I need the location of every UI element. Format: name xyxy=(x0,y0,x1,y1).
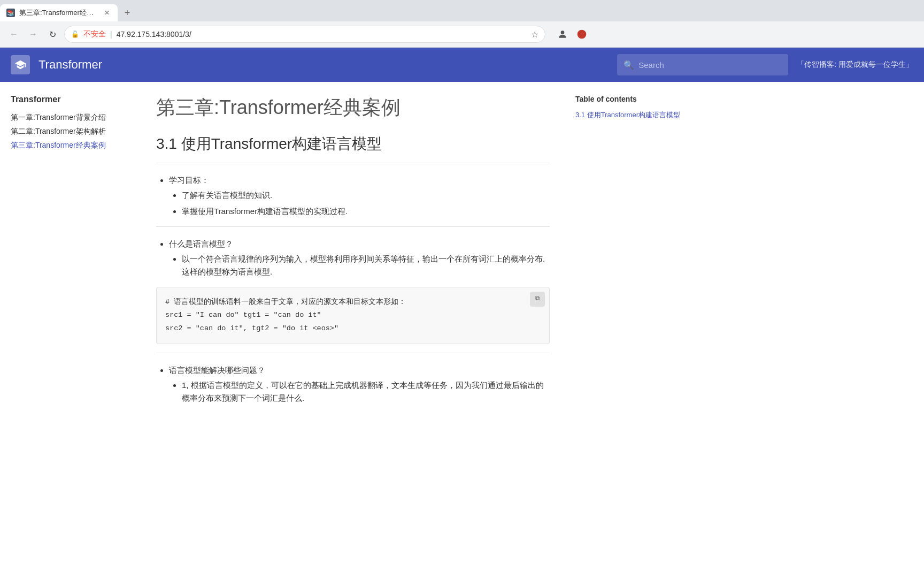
language-model-label: 什么是语言模型？ xyxy=(169,239,233,248)
url-separator: | xyxy=(110,30,112,39)
active-tab[interactable]: 📚 第三章:Transformer经典案例 - ✕ xyxy=(0,4,118,21)
svg-point-0 xyxy=(561,31,565,34)
right-toc: Table of contents 3.1 使用Transformer构建语言模… xyxy=(567,82,695,578)
site-header: Transformer 🔍 「传智播客: 用爱成就每一位学生」 xyxy=(0,48,924,82)
back-button[interactable]: ← xyxy=(6,27,21,42)
svg-point-1 xyxy=(578,30,587,39)
forward-button[interactable]: → xyxy=(26,27,41,42)
toc-item-1[interactable]: 3.1 使用Transformer构建语言模型 xyxy=(575,110,687,120)
sidebar-title: Transformer xyxy=(11,95,128,104)
search-input[interactable] xyxy=(638,60,782,70)
language-model-sublist: 以一个符合语言规律的序列为输入，模型将利用序列间关系等特征，输出一个在所有词汇上… xyxy=(169,253,550,278)
tab-bar: 📚 第三章:Transformer经典案例 - ✕ + xyxy=(0,0,924,21)
use-case-1: 1, 根据语言模型的定义，可以在它的基础上完成机器翻译，文本生成等任务，因为我们… xyxy=(182,379,550,405)
tab-favicon: 📚 xyxy=(6,9,15,17)
bookmark-icon[interactable]: ☆ xyxy=(531,29,538,40)
sidebar-link-ch2[interactable]: 第二章:Transformer架构解析 xyxy=(11,127,106,135)
learning-goals-list: 学习目标： 了解有关语言模型的知识. 掌握使用Transformer构建语言模型… xyxy=(156,174,550,218)
page-title: 第三章:Transformer经典案例 xyxy=(156,95,550,121)
new-tab-button[interactable]: + xyxy=(120,5,135,20)
url-protocol: 不安全 xyxy=(83,29,106,39)
section-divider-2 xyxy=(156,226,550,227)
learning-goals-item: 学习目标： 了解有关语言模型的知识. 掌握使用Transformer构建语言模型… xyxy=(169,174,550,218)
use-cases-label: 语言模型能解决哪些问题？ xyxy=(169,366,265,375)
browser-chrome: 📚 第三章:Transformer经典案例 - ✕ + ← → ↻ 🔓 不安全 … xyxy=(0,0,924,48)
page-layout: Transformer 第一章:Transformer背景介绍 第二章:Tran… xyxy=(0,82,924,578)
learning-goal-2: 掌握使用Transformer构建语言模型的实现过程. xyxy=(182,205,550,218)
toc-title: Table of contents xyxy=(575,95,687,103)
security-icon: 🔓 xyxy=(71,31,79,38)
learning-goals-sublist: 了解有关语言模型的知识. 掌握使用Transformer构建语言模型的实现过程. xyxy=(169,189,550,218)
tab-close-button[interactable]: ✕ xyxy=(103,9,111,17)
sidebar-item-ch2[interactable]: 第二章:Transformer架构解析 xyxy=(11,125,128,139)
extension-button[interactable] xyxy=(573,26,590,43)
sidebar-nav: 第一章:Transformer背景介绍 第二章:Transformer架构解析 … xyxy=(11,111,128,153)
use-cases-list: 语言模型能解决哪些问题？ 1, 根据语言模型的定义，可以在它的基础上完成机器翻译… xyxy=(156,364,550,405)
left-sidebar: Transformer 第一章:Transformer背景介绍 第二章:Tran… xyxy=(0,82,139,578)
code-comment: # 语言模型的训练语料一般来自于文章，对应的源文本和目标文本形如： xyxy=(165,296,541,309)
language-model-list: 什么是语言模型？ 以一个符合语言规律的序列为输入，模型将利用序列间关系等特征，输… xyxy=(156,238,550,278)
address-bar: ← → ↻ 🔓 不安全 | 47.92.175.143:8001/3/ ☆ xyxy=(0,21,924,47)
search-bar[interactable]: 🔍 xyxy=(617,54,788,75)
site-title: Transformer xyxy=(38,58,609,72)
copy-button[interactable]: ⧉ xyxy=(530,292,545,307)
tab-title: 第三章:Transformer经典案例 - xyxy=(19,8,98,18)
url-address: 47.92.175.143:8001/3/ xyxy=(117,30,191,39)
code-line-2: src2 = "can do it", tgt2 = "do it <eos>" xyxy=(165,322,541,335)
section-divider-1 xyxy=(156,163,550,163)
sidebar-item-ch1[interactable]: 第一章:Transformer背景介绍 xyxy=(11,111,128,125)
browser-actions xyxy=(554,26,590,43)
refresh-button[interactable]: ↻ xyxy=(45,27,60,42)
site-slogan: 「传智播客: 用爱成就每一位学生」 xyxy=(797,60,913,70)
main-content: 第三章:Transformer经典案例 3.1 使用Transformer构建语… xyxy=(139,82,567,578)
language-model-def: 以一个符合语言规律的序列为输入，模型将利用序列间关系等特征，输出一个在所有词汇上… xyxy=(182,253,550,278)
use-cases-item: 语言模型能解决哪些问题？ 1, 根据语言模型的定义，可以在它的基础上完成机器翻译… xyxy=(169,364,550,405)
sidebar-link-ch3[interactable]: 第三章:Transformer经典案例 xyxy=(11,141,106,149)
search-icon: 🔍 xyxy=(623,60,634,70)
learning-goals-label: 学习目标： xyxy=(169,176,209,185)
url-bar[interactable]: 🔓 不安全 | 47.92.175.143:8001/3/ ☆ xyxy=(64,26,545,43)
code-line-1: src1 = "I can do" tgt1 = "can do it" xyxy=(165,309,541,322)
section-title: 3.1 使用Transformer构建语言模型 xyxy=(156,134,550,154)
url-actions: ☆ xyxy=(527,29,538,40)
language-model-item: 什么是语言模型？ 以一个符合语言规律的序列为输入，模型将利用序列间关系等特征，输… xyxy=(169,238,550,278)
use-cases-sublist: 1, 根据语言模型的定义，可以在它的基础上完成机器翻译，文本生成等任务，因为我们… xyxy=(169,379,550,405)
sidebar-item-ch3[interactable]: 第三章:Transformer经典案例 xyxy=(11,139,128,153)
site-logo xyxy=(11,55,30,74)
profile-button[interactable] xyxy=(554,26,571,43)
section-divider-3 xyxy=(156,353,550,353)
sidebar-link-ch1[interactable]: 第一章:Transformer背景介绍 xyxy=(11,113,106,121)
code-block: ⧉ # 语言模型的训练语料一般来自于文章，对应的源文本和目标文本形如： src1… xyxy=(156,287,550,344)
learning-goal-1: 了解有关语言模型的知识. xyxy=(182,189,550,202)
